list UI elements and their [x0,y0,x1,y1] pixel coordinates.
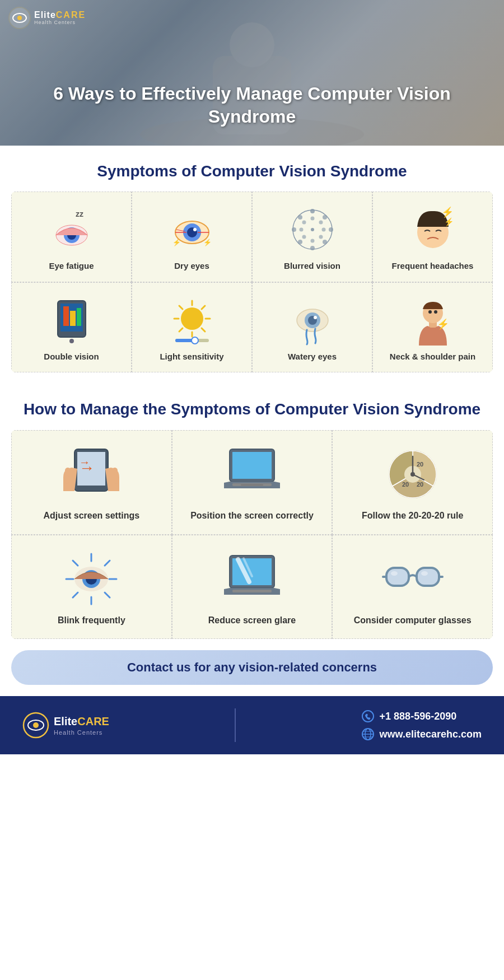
svg-line-52 [179,306,183,309]
footer-logo: EliteCARE Health Centers [22,712,109,739]
svg-line-94 [105,561,110,566]
svg-point-110 [421,571,428,576]
footer-divider [235,708,236,742]
symptom-headaches: ⚡ ⚡ Frequent headaches [372,192,493,282]
double-vision-icon [46,295,97,346]
symptom-neck-shoulder-label: Neck & shoulder pain [390,351,475,362]
manage-position-screen: Position the screen correctly [172,430,333,535]
svg-point-30 [319,221,323,225]
symptom-light-sensitivity: Light sensitivity [132,282,252,373]
headaches-icon: ⚡ ⚡ [408,204,458,255]
svg-point-46 [69,339,74,343]
symptom-watery-eyes-label: Watery eyes [288,351,337,362]
globe-icon [362,728,374,740]
manage-glasses: Consider computer glasses [332,535,493,640]
adjust-screen-icon: → → [60,446,122,502]
neck-shoulder-icon: ⚡ [408,295,458,346]
manage-section-title: How to Manage the Symptoms of Computer V… [0,384,504,430]
svg-point-35 [299,228,303,232]
svg-line-53 [202,328,205,332]
svg-rect-73 [64,475,69,484]
manage-20-20-20-label: Follow the 20-20-20 rule [362,510,463,522]
svg-point-22 [323,215,327,220]
footer: EliteCARE Health Centers +1 888-596-2090… [0,696,504,754]
svg-point-113 [33,722,39,728]
footer-phone: +1 888-596-2090 [362,710,482,722]
blink-icon [60,551,122,607]
svg-point-24 [323,240,327,244]
dry-eyes-icon: ⚡ ⚡ [167,204,217,255]
symptom-watery-eyes: Watery eyes [252,282,372,373]
svg-point-23 [329,227,333,232]
svg-text:⚡: ⚡ [444,217,454,227]
svg-point-28 [298,215,302,220]
manage-adjust-screen: → → Adjust screen settings [11,430,172,535]
manage-blink: Blink frequently [11,535,172,640]
svg-point-34 [302,235,306,239]
hero-section: EliteCARE Health Centers 6 Ways to Effec… [0,0,504,146]
svg-point-21 [310,209,315,213]
svg-rect-79 [241,484,263,486]
symptom-eye-fatigue: zz Eye fatigue [11,192,132,282]
svg-text:→: → [79,456,90,468]
svg-text:⚡: ⚡ [203,238,212,246]
svg-text:zz: zz [76,209,83,218]
svg-line-54 [202,306,205,309]
footer-website: www.elitecarehc.com [362,728,482,740]
svg-line-55 [179,328,183,332]
symptom-headaches-label: Frequent headaches [392,260,474,272]
svg-point-31 [321,228,325,232]
footer-website-url: www.elitecarehc.com [380,729,482,740]
svg-rect-106 [417,568,439,586]
svg-point-27 [292,227,296,232]
svg-text:⚡: ⚡ [437,318,450,330]
contact-banner: Contact us for any vision-related concer… [11,650,493,685]
hero-logo: EliteCARE Health Centers [8,7,86,29]
symptom-light-sensitivity-label: Light sensitivity [160,351,223,362]
eye-fatigue-icon: zz [46,204,97,255]
svg-line-92 [73,561,78,566]
svg-point-26 [298,240,302,244]
svg-rect-45 [77,308,81,326]
symptom-double-vision: Double vision [11,282,132,373]
svg-point-109 [391,571,398,576]
light-sensitivity-icon [167,295,217,346]
manage-screen-glare: Reduce screen glare [172,535,333,640]
symptom-eye-fatigue-label: Eye fatigue [49,260,94,272]
svg-rect-44 [70,311,76,326]
blurred-vision-icon [287,204,338,255]
svg-point-87 [410,472,415,477]
svg-point-62 [314,316,317,319]
hero-title: 6 Ways to Effectively Manage Computer Vi… [0,71,504,146]
manage-container: → → Adjust screen settings [11,430,493,640]
symptom-neck-shoulder: ⚡ Neck & shoulder pain [372,282,493,373]
svg-point-25 [310,246,315,250]
symptom-blurred-vision: Blurred vision [252,192,372,282]
svg-text:⚡: ⚡ [441,206,454,218]
svg-point-29 [310,217,314,221]
symptom-blurred-vision-label: Blurred vision [284,260,340,272]
svg-text:20: 20 [417,481,423,488]
manage-20-20-20: 20 20 20 Follow the 20-20-20 rule [332,430,493,535]
svg-point-114 [362,711,374,722]
svg-point-58 [192,337,198,344]
svg-point-47 [181,307,203,330]
svg-rect-75 [113,475,119,484]
svg-rect-43 [63,306,69,326]
svg-point-33 [310,239,314,243]
manage-grid: → → Adjust screen settings [11,430,493,640]
svg-text:20: 20 [417,461,423,468]
footer-logo-icon [22,712,49,739]
phone-icon [362,710,374,722]
symptom-dry-eyes-label: Dry eyes [174,260,209,272]
glasses-icon [382,551,444,607]
svg-point-37 [311,228,314,231]
footer-phone-number: +1 888-596-2090 [380,711,457,722]
svg-text:20: 20 [402,481,409,488]
svg-point-14 [193,228,197,231]
svg-point-65 [428,310,432,314]
svg-point-36 [302,221,306,225]
watery-eyes-icon [287,295,338,346]
symptoms-grid: zz Eye fatigue [11,192,493,372]
manage-position-screen-label: Position the screen correctly [190,510,314,522]
